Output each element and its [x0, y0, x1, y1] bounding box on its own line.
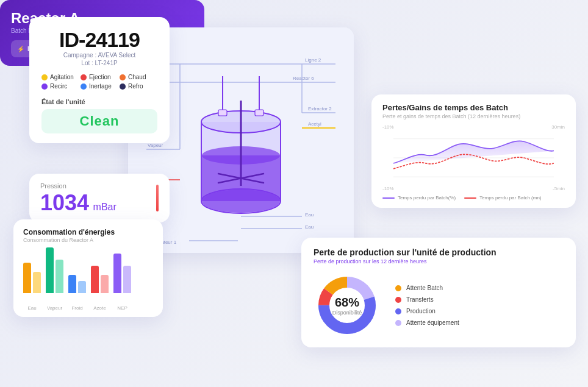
label-production: Production — [406, 308, 436, 314]
label-transferts: Transferts — [406, 296, 434, 303]
legend-production: Production — [395, 308, 459, 314]
y-right-bot: -5min — [551, 186, 565, 191]
ejection-label: Ejection — [89, 74, 111, 80]
tag-recirc: Recirc — [41, 83, 79, 90]
pertes-svg — [382, 124, 565, 191]
pertes-chart-area: -10% -10% 30min -5min — [382, 124, 565, 191]
energie-subtitle: Consommation du Reactor A — [23, 237, 153, 243]
production-legend: Attente Batch Transferts Production Atte… — [395, 285, 459, 326]
bar-vapeur-2 — [56, 260, 63, 293]
svg-text:Reactor 6: Reactor 6 — [293, 76, 314, 81]
legend-pct-label: Temps perdu par Batch(%) — [398, 195, 456, 201]
label-attente-batch: Attente Batch — [406, 285, 443, 291]
svg-text:Acetyl: Acetyl — [308, 121, 321, 127]
legend-pct: Temps perdu par Batch(%) — [382, 195, 456, 201]
y-left-top: -10% — [382, 124, 394, 130]
legend-mn: Temps perdu par Batch (mn) — [464, 195, 541, 201]
bar-azote-2 — [101, 275, 109, 293]
tag-chaud: Chaud — [120, 74, 157, 80]
bar-eau-2 — [33, 272, 41, 293]
label-vapeur: Vapeur — [46, 305, 63, 311]
production-subtitle: Perte de production sur les 12 dernière … — [314, 258, 564, 265]
id-card: ID-24119 Campagne : AVEVA Select Lot : L… — [29, 17, 170, 143]
svg-text:Ligne 2: Ligne 2 — [305, 57, 321, 63]
energie-title: Consommation d'énergies — [23, 228, 153, 236]
lot-label: Lot : LT-241P — [41, 60, 157, 66]
label-froid: Froid — [68, 305, 86, 311]
y-labels-right: 30min -5min — [551, 124, 565, 191]
svg-text:Eau: Eau — [305, 212, 314, 218]
recirc-label: Recirc — [50, 83, 67, 90]
ejection-dot — [81, 74, 87, 80]
inertage-dot — [81, 83, 87, 90]
pression-value-row: 1034 mBar — [40, 192, 159, 214]
tag-ejection: Ejection — [81, 74, 118, 80]
dot-production — [395, 308, 401, 314]
bar-froid-1 — [68, 275, 76, 293]
bar-froid — [68, 275, 86, 293]
label-eau: Eau — [23, 305, 41, 311]
legend-attente-equip: Attente équipement — [395, 319, 459, 326]
bar-labels: Eau Vapeur Froid Azote NEP — [23, 305, 153, 311]
etat-badge: Clean — [41, 109, 157, 133]
id-number: ID-24119 — [41, 28, 157, 52]
svg-rect-38 — [255, 110, 264, 116]
chaud-label: Chaud — [128, 74, 146, 80]
tag-agitation: Agitation — [41, 74, 79, 80]
bar-eau-1 — [23, 263, 31, 293]
svg-text:Extractor 2: Extractor 2 — [308, 106, 332, 112]
legend-red-line — [464, 197, 476, 199]
production-content: 68% Disponibilité Attente Batch Transfer… — [314, 272, 564, 339]
dot-transferts — [395, 297, 401, 303]
production-card: Perte de production sur l'unité de produ… — [301, 238, 576, 347]
bar-vapeur-1 — [46, 247, 54, 293]
svg-text:Vapeur: Vapeur — [148, 143, 163, 148]
y-right-top: 30min — [551, 124, 565, 130]
bolt-icon: ⚡ — [17, 46, 24, 52]
pertes-subtitle: Perte et gains de temps des Batch (12 de… — [382, 113, 565, 119]
pertes-card: Pertes/Gains de temps des Batch Perte et… — [371, 94, 576, 208]
pression-unit: mBar — [93, 202, 117, 212]
donut-percentage: 68% — [332, 296, 362, 310]
donut-label: Disponibilité — [332, 310, 362, 316]
inertage-label: Inertage — [89, 83, 112, 90]
bar-vapeur — [46, 247, 63, 293]
bar-froid-2 — [78, 281, 86, 293]
pertes-legend: Temps perdu par Batch(%) Temps perdu par… — [382, 195, 565, 201]
production-title: Perte de production sur l'unité de produ… — [314, 247, 564, 257]
y-left-bot: -10% — [382, 186, 394, 191]
svg-rect-37 — [218, 110, 227, 116]
bar-nep-2 — [123, 266, 131, 293]
pression-label: Pression — [40, 182, 159, 190]
agitation-label: Agitation — [50, 74, 74, 80]
svg-text:Eau: Eau — [305, 224, 314, 230]
bar-nep-1 — [113, 254, 121, 293]
label-attente-equip: Attente équipement — [406, 319, 459, 326]
pression-value: 1034 — [40, 190, 89, 215]
chaud-dot — [120, 74, 126, 80]
pertes-title: Pertes/Gains de temps des Batch — [382, 103, 565, 112]
legend-mn-label: Temps perdu par Batch (mn) — [479, 195, 541, 201]
pression-card: Pression 1034 mBar — [29, 174, 170, 222]
legend-transferts: Transferts — [395, 296, 459, 303]
dashboard: Ligne 1 Ligne 2 Reactor 6 Extractor 2 Ac… — [0, 0, 588, 387]
energie-card: Consommation d'énergies Consommation du … — [13, 219, 163, 317]
dot-attente-batch — [395, 285, 401, 291]
pressure-bar-indicator — [156, 185, 159, 211]
donut-center: 68% Disponibilité — [332, 296, 362, 316]
refro-label: Refro — [128, 83, 143, 90]
agitation-dot — [41, 74, 48, 80]
label-nep: NEP — [113, 305, 131, 311]
tags-grid: Agitation Ejection Chaud Recirc Inertage… — [41, 74, 157, 90]
legend-purple-line — [382, 197, 395, 199]
bar-nep — [113, 254, 131, 293]
y-labels-left: -10% -10% — [382, 124, 394, 191]
tag-refro: Refro — [120, 83, 157, 90]
refro-dot — [120, 83, 126, 90]
dot-attente-equip — [395, 320, 401, 326]
legend-attente-batch: Attente Batch — [395, 285, 459, 291]
energie-bar-chart — [23, 249, 153, 304]
bar-eau — [23, 263, 41, 293]
svg-point-31 — [202, 190, 280, 213]
etat-label: État de l'unité — [41, 98, 157, 105]
